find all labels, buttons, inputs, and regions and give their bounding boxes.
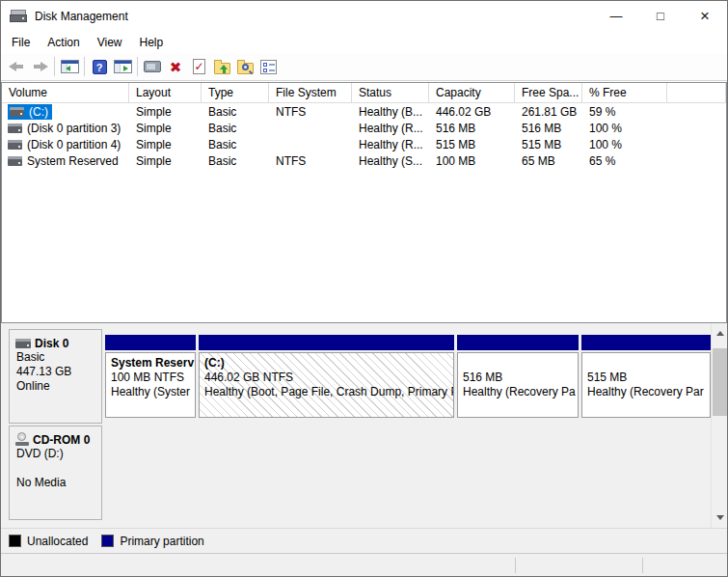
status-bar-divider bbox=[642, 558, 643, 573]
graphical-view-pane: Disk 0 Basic 447.13 GB Online System Res… bbox=[1, 323, 727, 528]
cell-capacity: 515 MB bbox=[429, 138, 515, 151]
cell-pct-free: 59 % bbox=[582, 105, 667, 119]
disk-size: 447.13 GB bbox=[10, 365, 101, 379]
cell-type: Basic bbox=[202, 138, 269, 151]
volume-list-pane: Volume Layout Type File System Status Ca… bbox=[1, 82, 727, 323]
volume-list-header: Volume Layout Type File System Status Ca… bbox=[2, 83, 726, 103]
show-console-tree-icon[interactable] bbox=[58, 55, 81, 78]
cell-status: Healthy (B... bbox=[352, 105, 429, 119]
forward-icon[interactable] bbox=[28, 55, 51, 78]
volume-drive-icon bbox=[8, 124, 22, 133]
cell-file-system: NTFS bbox=[269, 154, 352, 168]
table-row-partition-4[interactable]: (Disk 0 partition 4) Simple Basic Health… bbox=[2, 136, 726, 152]
cell-type: Basic bbox=[202, 105, 269, 119]
partition-status: Healthy (Boot, Page File, Crash Dump, Pr… bbox=[204, 385, 451, 399]
minimize-button[interactable]: — bbox=[594, 1, 638, 31]
scroll-down-icon[interactable] bbox=[712, 509, 728, 526]
status-bar bbox=[1, 553, 727, 576]
cell-layout: Simple bbox=[129, 105, 202, 119]
view-options-icon[interactable] bbox=[256, 55, 280, 78]
cell-pct-free: 65 % bbox=[582, 154, 667, 168]
volume-drive-icon bbox=[8, 140, 22, 150]
primary-partition-band bbox=[457, 335, 579, 350]
column-header-file-system[interactable]: File System bbox=[269, 83, 352, 102]
partition-system-reserved[interactable]: System Reserv 100 MB NTFS Healthy (Syste… bbox=[105, 335, 196, 418]
partition-size: 515 MB bbox=[587, 371, 708, 385]
volume-name: (C:) bbox=[29, 105, 48, 119]
column-header-volume[interactable]: Volume bbox=[2, 83, 129, 102]
partition-c-drive[interactable]: (C:) 446.02 GB NTFS Healthy (Boot, Page … bbox=[199, 335, 454, 418]
cell-capacity: 100 MB bbox=[429, 154, 515, 168]
toolbar-separator bbox=[54, 57, 55, 76]
help-icon[interactable]: ? bbox=[88, 55, 111, 78]
cell-pct-free: 100 % bbox=[582, 138, 667, 151]
back-icon[interactable] bbox=[5, 55, 28, 78]
table-row-system-reserved[interactable]: System Reserved Simple Basic NTFS Health… bbox=[2, 152, 726, 169]
folder-up-icon[interactable] bbox=[210, 55, 233, 78]
volume-drive-icon bbox=[8, 156, 22, 166]
column-header-filler bbox=[667, 83, 726, 102]
disk-type: Basic bbox=[10, 350, 101, 365]
partition-status: Healthy (Recovery Pa bbox=[463, 385, 576, 399]
cell-layout: Simple bbox=[129, 138, 202, 151]
column-header-capacity[interactable]: Capacity bbox=[429, 83, 515, 102]
partition-title: System Reserv bbox=[111, 356, 193, 371]
partition-title: (C:) bbox=[204, 356, 451, 371]
legend-bar: Unallocated Primary partition bbox=[1, 528, 727, 553]
vertical-scrollbar[interactable] bbox=[711, 323, 727, 528]
column-header-type[interactable]: Type bbox=[202, 83, 269, 102]
maximize-button[interactable]: □ bbox=[638, 1, 683, 31]
disk0-label-panel[interactable]: Disk 0 Basic 447.13 GB Online bbox=[9, 329, 102, 424]
table-row-c-drive[interactable]: (C:) Simple Basic NTFS Healthy (B... 446… bbox=[2, 103, 726, 120]
cell-layout: Simple bbox=[129, 122, 202, 135]
partition-size: 100 MB NTFS bbox=[111, 371, 193, 385]
scroll-up-icon[interactable] bbox=[712, 325, 728, 342]
scrollbar-thumb[interactable] bbox=[713, 348, 727, 416]
cdrom-icon bbox=[15, 434, 30, 446]
primary-partition-band bbox=[199, 335, 454, 350]
menu-file[interactable]: File bbox=[3, 33, 39, 52]
partition-size: 446.02 GB NTFS bbox=[204, 371, 451, 385]
cdrom-media-status: No Media bbox=[10, 476, 101, 490]
column-header-free-space[interactable]: Free Spa... bbox=[515, 83, 582, 102]
volume-name: (Disk 0 partition 3) bbox=[27, 122, 121, 135]
column-header-pct-free[interactable]: % Free bbox=[582, 83, 667, 102]
show-action-pane-icon[interactable] bbox=[111, 55, 134, 78]
toolbar: ? ✖ ✓ bbox=[1, 53, 727, 81]
toolbar-separator bbox=[84, 57, 85, 76]
column-header-status[interactable]: Status bbox=[352, 83, 429, 102]
primary-partition-swatch bbox=[101, 535, 114, 547]
cdrom-name: CD-ROM 0 bbox=[33, 433, 90, 447]
disk-name: Disk 0 bbox=[35, 337, 68, 350]
cdrom-drive-letter: DVD (D:) bbox=[10, 447, 101, 461]
disk-icon bbox=[15, 339, 31, 348]
cell-capacity: 516 MB bbox=[429, 122, 515, 135]
folder-find-icon[interactable] bbox=[233, 55, 256, 78]
primary-partition-band bbox=[105, 335, 196, 350]
cdrom-label-panel[interactable]: CD-ROM 0 DVD (D:) No Media bbox=[9, 426, 102, 520]
display-icon[interactable] bbox=[141, 55, 164, 78]
partition-recovery-515[interactable]: 515 MB Healthy (Recovery Par bbox=[581, 335, 711, 418]
column-header-layout[interactable]: Layout bbox=[129, 83, 202, 102]
cell-capacity: 446.02 GB bbox=[429, 105, 515, 119]
app-drive-icon bbox=[10, 10, 27, 22]
disk-status: Online bbox=[10, 379, 101, 394]
cell-free-space: 65 MB bbox=[515, 154, 582, 168]
toolbar-separator bbox=[137, 57, 138, 76]
selected-volume-highlight[interactable]: (C:) bbox=[8, 104, 52, 120]
cell-free-space: 515 MB bbox=[515, 138, 582, 151]
delete-volume-icon[interactable]: ✖ bbox=[164, 55, 187, 78]
check-document-icon[interactable]: ✓ bbox=[187, 55, 210, 78]
primary-partition-band bbox=[581, 335, 711, 350]
cell-status: Healthy (R... bbox=[352, 138, 429, 151]
legend-label-unallocated: Unallocated bbox=[27, 535, 88, 548]
partition-recovery-516[interactable]: 516 MB Healthy (Recovery Pa bbox=[457, 335, 579, 418]
menu-help[interactable]: Help bbox=[131, 33, 173, 52]
partition-size: 516 MB bbox=[463, 371, 576, 385]
menu-action[interactable]: Action bbox=[39, 33, 88, 52]
menu-view[interactable]: View bbox=[89, 33, 131, 52]
cell-layout: Simple bbox=[129, 154, 202, 168]
title-bar: Disk Management — □ × bbox=[1, 1, 727, 31]
close-button[interactable]: × bbox=[683, 1, 727, 31]
table-row-partition-3[interactable]: (Disk 0 partition 3) Simple Basic Health… bbox=[2, 120, 726, 136]
